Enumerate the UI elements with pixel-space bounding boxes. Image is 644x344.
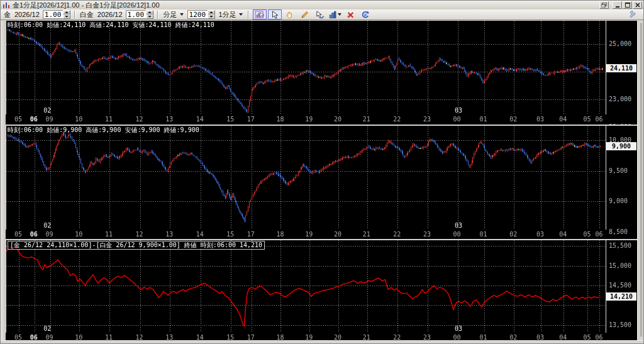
x-tick-label: 12 xyxy=(135,231,143,238)
platinum-chart-panel: 時刻:06:00 始値:9,900 高値:9,900 安値:9,900 終値:9… xyxy=(6,126,637,239)
gold-price-axis[interactable]: 25,00023,00022,00024,110 xyxy=(606,21,637,125)
x-tick-label: 18 xyxy=(276,231,284,238)
ratio1-down-button[interactable] xyxy=(63,14,70,19)
date-marker-label: 02 xyxy=(43,222,51,229)
pan-hand-tool-button[interactable] xyxy=(283,9,297,19)
bar-count-up-button[interactable] xyxy=(208,10,215,14)
x-tick-label: 11 xyxy=(105,231,113,238)
settings-wrench-button[interactable] xyxy=(627,10,640,19)
delx-icon xyxy=(346,11,355,19)
reload-chart-button[interactable]: R xyxy=(358,9,372,19)
spread-price-axis[interactable]: 15,50015,00014,50013,50014,210 xyxy=(606,240,637,341)
platinum-ohlc-readout: 時刻:06:00 始値:9,900 高値:9,900 安値:9,900 終値:9… xyxy=(8,126,199,134)
date-marker-label: 02 xyxy=(43,325,51,332)
period-dropdown[interactable]: 1分足 xyxy=(218,10,244,19)
indicator-chart-menu-button[interactable] xyxy=(328,9,342,19)
cascade-windows-button[interactable] xyxy=(599,1,609,9)
remove-indicator-button[interactable] xyxy=(343,9,357,19)
bar-count-input[interactable] xyxy=(187,10,208,19)
y-axis-label: 9,500 xyxy=(609,167,628,174)
bottom-frame-strip xyxy=(1,340,644,344)
gold-time-axis[interactable]: 0506091011121314151718192021222300010203… xyxy=(6,114,606,125)
x-tick-label: 05 xyxy=(14,116,22,123)
x-tick-label: 14 xyxy=(196,231,204,238)
x-tick-label: 13 xyxy=(165,116,173,123)
instrument1-ratio-input[interactable] xyxy=(43,10,63,19)
x-tick-label: 19 xyxy=(305,116,313,123)
x-tick-label: 21 xyxy=(363,116,370,123)
minimize-button[interactable] xyxy=(613,1,622,9)
date-marker-label: 02 xyxy=(43,107,51,114)
x-tick-label: 10 xyxy=(75,231,82,238)
hand-icon xyxy=(286,11,294,19)
gold-ohlc-readout: 時刻:06:00 始値:24,110 高値:24,110 安値:24,110 終… xyxy=(8,21,214,29)
left-frame-gutter xyxy=(1,21,6,340)
spread-line-canvas[interactable] xyxy=(6,240,606,333)
y-axis-label: 13,500 xyxy=(609,321,631,328)
annotate-pen-tool-button[interactable] xyxy=(313,9,327,19)
title-bar[interactable]: 金1分足[2026/12]1.00 - 白金1分足[2026/12]1.00 xyxy=(1,1,643,9)
x-tick-label: 10 xyxy=(75,116,82,123)
x-tick-label: 18 xyxy=(276,116,284,123)
ink-icon xyxy=(316,11,325,19)
toolbar-separator xyxy=(74,11,75,19)
x-tick-label: 17 xyxy=(247,231,255,238)
date-marker-label: 03 xyxy=(455,325,462,332)
platinum-time-axis[interactable]: 0506091011121314151718192021222300010203… xyxy=(6,230,606,239)
y-axis-label: 9,000 xyxy=(609,197,628,204)
period-type-dropdown[interactable]: 分足 xyxy=(162,10,185,19)
refresh-icon: R xyxy=(361,11,370,19)
instrument1-ratio-spinner xyxy=(43,10,70,19)
ratio1-up-button[interactable] xyxy=(63,10,70,14)
wrench-icon xyxy=(628,10,638,19)
maximize-button[interactable] xyxy=(623,1,632,9)
date-marker-label: 03 xyxy=(455,107,462,114)
instrument2-contract: 2026/12 xyxy=(97,11,123,18)
platinum-last-price-badge: 9,900 xyxy=(606,142,636,150)
x-tick-label: 11 xyxy=(105,116,113,123)
ratio2-up-button[interactable] xyxy=(146,10,153,14)
region-select-tool-button[interactable] xyxy=(253,9,267,19)
x-tick-label: 20 xyxy=(334,116,341,123)
y-axis-label: 15,500 xyxy=(609,242,631,249)
x-tick-label: 06 xyxy=(595,231,602,238)
instrument2-symbol: 白金 xyxy=(79,10,94,19)
gold-candlestick-canvas[interactable] xyxy=(6,21,606,114)
x-tick-label: 02 xyxy=(509,116,517,123)
x-tick-label: 03 xyxy=(536,231,544,238)
svg-text:R: R xyxy=(364,13,367,17)
x-tick-label: 04 xyxy=(559,116,567,123)
instrument2-ratio-spinner xyxy=(126,10,153,19)
x-tick-label: 23 xyxy=(423,231,431,238)
x-tick-label: 05 xyxy=(583,116,591,123)
chart-window: 金1分足[2026/12]1.00 - 白金1分足[2026/12]1.00 金… xyxy=(0,0,644,344)
x-tick-label: 09 xyxy=(46,231,53,238)
x-tick-label: 04 xyxy=(559,231,567,238)
gold-plot-area[interactable]: 時刻:06:00 始値:24,110 高値:24,110 安値:24,110 終… xyxy=(6,21,606,114)
x-tick-label: 21 xyxy=(363,231,370,238)
spread-chart-panel: [金 26/12 24,110×1.00]-[白金 26/12 9,900×1.… xyxy=(6,240,637,341)
right-frame-strip xyxy=(637,21,644,340)
close-button[interactable] xyxy=(633,1,642,9)
chart-select-icon xyxy=(255,11,264,19)
ratio2-down-button[interactable] xyxy=(146,14,153,19)
spread-plot-area[interactable]: [金 26/12 24,110×1.00]-[白金 26/12 9,900×1.… xyxy=(6,240,606,333)
scrollbar-groove xyxy=(640,23,642,336)
draw-pencil-tool-button[interactable] xyxy=(298,9,312,19)
bar-count-down-button[interactable] xyxy=(208,14,215,19)
bar-count-spinner xyxy=(187,10,215,19)
platinum-candlestick-canvas[interactable] xyxy=(6,126,606,230)
instrument1-contract: 2026/12 xyxy=(14,11,40,18)
platinum-plot-area[interactable]: 時刻:06:00 始値:9,900 高値:9,900 安値:9,900 終値:9… xyxy=(6,126,606,230)
chevron-down-icon xyxy=(338,13,341,16)
gold-last-price-badge: 24,110 xyxy=(606,64,636,72)
x-tick-label: 22 xyxy=(393,116,401,123)
cursor-tool-button[interactable] xyxy=(268,9,282,19)
instrument2-ratio-input[interactable] xyxy=(126,10,146,19)
instrument1-symbol: 金 xyxy=(3,10,11,19)
platinum-price-axis[interactable]: 10,0009,5009,0008,5009,900 xyxy=(606,126,637,239)
date-marker-label: 03 xyxy=(455,222,462,229)
x-tick-label: 05 xyxy=(14,231,22,238)
toolbar-separator xyxy=(157,11,158,19)
chart-toolbar: 金 2026/12 白金 2026/12 分足 1分足 R xyxy=(1,9,643,20)
